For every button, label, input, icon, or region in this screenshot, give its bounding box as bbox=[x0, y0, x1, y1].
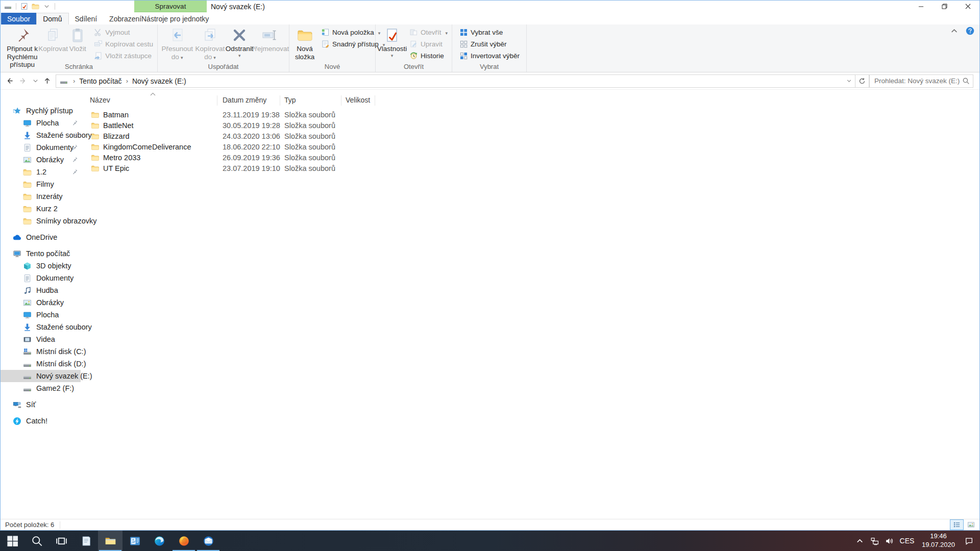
sidebar-item[interactable]: Hudba bbox=[1, 284, 81, 296]
copy-path-button[interactable]: Kopírovat cestu bbox=[92, 39, 155, 49]
sidebar-item[interactable]: Nový svazek (E:) bbox=[1, 370, 81, 382]
Blizzard[interactable]: Blizzard 24.03.2020 13:06 Složka souborů bbox=[81, 131, 979, 141]
tab-share[interactable]: Sdílení bbox=[69, 13, 104, 24]
sidebar-item[interactable]: Catch! bbox=[1, 415, 81, 427]
pin-to-quick-access-button[interactable]: Připnout k Rychlému přístupu bbox=[4, 26, 41, 63]
sort-ascending-icon[interactable] bbox=[150, 92, 156, 96]
notepad-taskbar-icon[interactable] bbox=[74, 531, 98, 551]
search-icon[interactable] bbox=[962, 77, 970, 85]
breadcrumb-chevron-icon[interactable]: › bbox=[122, 77, 132, 85]
sidebar-item[interactable]: Obrázky bbox=[1, 296, 81, 309]
recent-locations-button[interactable] bbox=[30, 74, 40, 88]
breadcrumb-this-pc[interactable]: Tento počítač bbox=[79, 77, 121, 85]
restore-button[interactable] bbox=[933, 1, 956, 12]
sidebar-item[interactable]: Videa bbox=[1, 333, 81, 345]
column-header-date-modified[interactable]: Datum změny bbox=[217, 95, 280, 106]
address-history-button[interactable] bbox=[843, 75, 855, 87]
sidebar-item[interactable]: Místní disk (C:) bbox=[1, 345, 81, 358]
forward-button[interactable] bbox=[16, 74, 30, 88]
back-button[interactable] bbox=[3, 74, 16, 88]
delete-button[interactable]: Odstranit bbox=[227, 26, 253, 63]
KingdomComeDeliverance[interactable]: KingdomComeDeliverance 18.06.2020 22:10 … bbox=[81, 141, 979, 152]
sidebar-item[interactable]: Kurz 2 bbox=[1, 203, 81, 215]
copy-to-button[interactable]: Kopírovat do bbox=[193, 26, 226, 63]
sidebar-item[interactable]: Obrázky bbox=[1, 154, 81, 166]
network-icon[interactable] bbox=[867, 531, 882, 551]
task-view-button[interactable] bbox=[49, 531, 74, 551]
sidebar-item[interactable]: Game2 (F:) bbox=[1, 382, 81, 394]
select-all-button[interactable]: Vybrat vše bbox=[457, 27, 522, 38]
cut-button[interactable]: Vyjmout bbox=[92, 27, 155, 38]
open-button[interactable]: Otevřít bbox=[407, 27, 450, 38]
collapse-ribbon-icon[interactable] bbox=[950, 27, 959, 35]
column-header-type[interactable]: Typ bbox=[280, 95, 341, 106]
tab-drive-tools[interactable]: Nástroje pro jednotky bbox=[135, 13, 215, 24]
invert-selection-button[interactable]: Invertovat výběr bbox=[457, 51, 522, 61]
clock[interactable]: 19:46 19.07.2020 bbox=[917, 532, 960, 549]
sidebar-item[interactable]: Plocha bbox=[1, 309, 81, 321]
close-button[interactable] bbox=[956, 1, 979, 12]
sidebar-item[interactable]: 1.2 bbox=[1, 166, 81, 178]
sidebar-item[interactable]: Síť bbox=[1, 398, 81, 411]
pinned-app-taskbar-icon[interactable] bbox=[122, 531, 147, 551]
tab-file[interactable]: Soubor bbox=[1, 13, 36, 24]
refresh-button[interactable] bbox=[855, 74, 869, 88]
customize-quick-access-icon[interactable] bbox=[43, 3, 51, 10]
search-input[interactable] bbox=[874, 77, 962, 85]
new-folder-icon[interactable] bbox=[32, 3, 39, 10]
language-indicator[interactable]: CES bbox=[897, 537, 917, 545]
paste-button[interactable]: Vložit bbox=[65, 26, 90, 63]
address-bar[interactable]: › Tento počítač › Nový svazek (E:) bbox=[56, 74, 855, 88]
sidebar-item[interactable]: Stažené soubory bbox=[1, 321, 81, 333]
rename-button[interactable]: Přejmenovat bbox=[253, 26, 287, 63]
action-center-button[interactable] bbox=[960, 531, 978, 551]
sidebar-item[interactable]: Dokumenty bbox=[1, 272, 81, 284]
copy-button[interactable]: Kopírovat bbox=[41, 26, 65, 63]
file-explorer-taskbar-icon[interactable] bbox=[98, 531, 122, 551]
up-button[interactable] bbox=[40, 74, 54, 88]
group-label-open: Otevřít bbox=[376, 63, 452, 72]
music-icon bbox=[23, 286, 32, 295]
sidebar-item[interactable]: Inzeráty bbox=[1, 190, 81, 203]
details-view-button[interactable] bbox=[950, 519, 964, 530]
volume-icon[interactable] bbox=[882, 531, 897, 551]
column-header-size[interactable]: Velikost bbox=[341, 95, 375, 106]
minimize-button[interactable] bbox=[909, 1, 933, 12]
sidebar-item[interactable]: OneDrive bbox=[1, 231, 81, 243]
move-to-button[interactable]: Přesunout do bbox=[161, 26, 193, 63]
sidebar-item[interactable]: Tento počítač bbox=[1, 247, 81, 260]
sidebar-item[interactable]: Stažené soubory bbox=[1, 129, 81, 141]
Metro 2033[interactable]: Metro 2033 26.09.2019 19:36 Složka soubo… bbox=[81, 152, 979, 163]
properties-icon[interactable] bbox=[20, 3, 28, 10]
sidebar-item[interactable]: 3D objekty bbox=[1, 260, 81, 272]
properties-button[interactable]: Vlastnosti bbox=[379, 26, 405, 63]
breadcrumb-chevron-icon[interactable]: › bbox=[69, 77, 79, 85]
thumbnails-view-button[interactable] bbox=[964, 519, 978, 530]
select-none-button[interactable]: Zrušit výběr bbox=[457, 39, 522, 49]
help-icon[interactable] bbox=[966, 27, 974, 35]
new-folder-button[interactable]: Nová složka bbox=[292, 26, 317, 63]
firefox-taskbar-icon[interactable] bbox=[172, 531, 196, 551]
breadcrumb-current-drive[interactable]: Nový svazek (E:) bbox=[132, 77, 186, 85]
taskbar-search-button[interactable] bbox=[24, 531, 49, 551]
navigation-pane: Rychlý přístup Plocha Stažené soubory bbox=[1, 90, 81, 519]
tray-expand-icon[interactable] bbox=[852, 531, 867, 551]
thunderbird-taskbar-icon[interactable] bbox=[196, 531, 220, 551]
sidebar-item[interactable]: Dokumenty bbox=[1, 141, 81, 154]
sidebar-item[interactable]: Snímky obrazovky bbox=[1, 215, 81, 227]
BattleNet[interactable]: BattleNet 30.05.2019 19:28 Složka soubor… bbox=[81, 120, 979, 131]
edge-taskbar-icon[interactable] bbox=[147, 531, 172, 551]
UT Epic[interactable]: UT Epic 23.07.2019 19:10 Složka souborů bbox=[81, 163, 979, 173]
group-label-select: Vybrat bbox=[452, 63, 526, 72]
sidebar-item[interactable]: Rychlý přístup bbox=[1, 105, 81, 117]
edit-button[interactable]: Upravit bbox=[407, 39, 450, 49]
Batman[interactable]: Batman 23.11.2019 19:38 Složka souborů bbox=[81, 109, 979, 120]
sidebar-item[interactable]: Místní disk (D:) bbox=[1, 358, 81, 370]
tab-home[interactable]: Domů bbox=[36, 13, 68, 24]
paste-shortcut-button[interactable]: Vložit zástupce bbox=[92, 51, 155, 61]
start-button[interactable] bbox=[0, 531, 24, 551]
sidebar-item[interactable]: Filmy bbox=[1, 178, 81, 190]
column-header-name[interactable]: Název bbox=[81, 95, 217, 106]
history-button[interactable]: Historie bbox=[407, 51, 450, 61]
sidebar-item[interactable]: Plocha bbox=[1, 117, 81, 129]
